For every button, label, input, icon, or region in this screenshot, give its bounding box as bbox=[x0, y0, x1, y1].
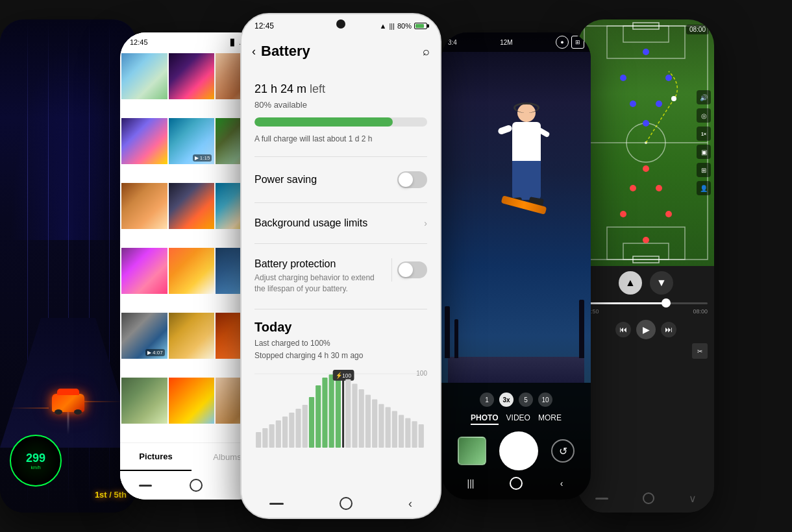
battery-bar-container bbox=[254, 117, 427, 127]
soccer-ctrl-person[interactable]: 👤 bbox=[697, 181, 711, 195]
soccer-ctrl-eye[interactable]: ◎ bbox=[697, 108, 711, 123]
phone-soccer: 08:00 🔊 ◎ 1× ▣ ⊞ 👤 ▲ bbox=[578, 19, 714, 513]
soccer-timer-top: 08:00 bbox=[686, 25, 709, 34]
battery-body: 21 h 24 m left 80% available A full char… bbox=[241, 65, 440, 489]
svg-rect-4 bbox=[276, 420, 281, 448]
zoom-1x[interactable]: 1 bbox=[480, 393, 494, 407]
svg-point-39 bbox=[643, 237, 649, 243]
svg-rect-14 bbox=[342, 374, 344, 448]
svg-rect-37 bbox=[623, 243, 669, 260]
svg-rect-25 bbox=[399, 415, 404, 448]
tab-pictures[interactable]: Pictures bbox=[120, 443, 192, 471]
shutter-button[interactable] bbox=[499, 431, 538, 470]
svg-rect-21 bbox=[372, 400, 377, 448]
zoom-10x[interactable]: 10 bbox=[538, 393, 552, 407]
cam-nav-home[interactable] bbox=[510, 477, 523, 490]
video-mode-tab[interactable]: VIDEO bbox=[506, 413, 530, 425]
nav-menu-icon[interactable] bbox=[139, 485, 152, 487]
gallery-cell-13[interactable]: ▶ 4:07 bbox=[121, 313, 167, 359]
phone-stack: 299 km/h 1st / 5th 12:45 ▊ ▲ ▭ bbox=[0, 0, 792, 532]
gallery-cell-10[interactable] bbox=[121, 248, 167, 294]
gallery-cell-4[interactable] bbox=[121, 118, 167, 164]
gallery-cell-1[interactable] bbox=[121, 53, 167, 99]
arrow-down[interactable]: ▼ bbox=[650, 271, 673, 295]
time-unit: left bbox=[306, 82, 325, 95]
last-charged-text: Last charged to 100% bbox=[254, 337, 427, 350]
svg-point-49 bbox=[656, 101, 662, 107]
divider-3 bbox=[254, 243, 427, 244]
battery-protection-row[interactable]: Battery protection Adjust charging behav… bbox=[254, 247, 427, 306]
gallery-cell-2[interactable] bbox=[169, 53, 215, 99]
photo-mode-tab[interactable]: PHOTO bbox=[471, 413, 498, 425]
cam-nav-back[interactable]: ‹ bbox=[555, 477, 568, 490]
bg-usage-label: Background usage limits bbox=[254, 217, 367, 229]
soccer-nav-back[interactable]: ∨ bbox=[689, 492, 697, 505]
battery-screen: 12:45 ▲ ||| 80% ‹ Battery ⌕ bbox=[241, 14, 440, 518]
camera-bottom-controls: 1 3x 5 10 PHOTO VIDEO MORE bbox=[441, 383, 591, 500]
gallery-cell-17[interactable] bbox=[169, 378, 215, 424]
battery-time-display: 12:45 bbox=[254, 21, 274, 30]
play-btn[interactable]: ▶ bbox=[636, 320, 656, 339]
svg-point-46 bbox=[620, 75, 626, 81]
svg-rect-28 bbox=[419, 424, 424, 448]
scene: 299 km/h 1st / 5th 12:45 ▊ ▲ ▭ bbox=[0, 0, 792, 532]
soccer-ctrl-volume[interactable]: 🔊 bbox=[697, 90, 711, 104]
svg-point-43 bbox=[656, 185, 662, 191]
svg-rect-22 bbox=[378, 404, 384, 448]
clip-btn[interactable]: ✂ bbox=[692, 343, 708, 359]
camera-nav-bar: ||| ‹ bbox=[448, 477, 584, 490]
battery-protection-toggle[interactable] bbox=[397, 261, 427, 278]
battery-bottom-nav: ‹ bbox=[241, 489, 440, 518]
cam-nav-menu[interactable]: ||| bbox=[464, 477, 477, 490]
timeline-thumb[interactable] bbox=[662, 298, 671, 308]
timeline-track[interactable] bbox=[584, 302, 708, 304]
soccer-nav-home[interactable] bbox=[643, 492, 654, 504]
svg-rect-18 bbox=[352, 384, 357, 448]
nav-home-battery[interactable] bbox=[340, 497, 353, 510]
soccer-ctrl-speed[interactable]: 1× bbox=[697, 127, 711, 141]
gallery-cell-16[interactable] bbox=[121, 378, 167, 424]
stopped-charging-text: Stopped charging 4 h 30 m ago bbox=[254, 350, 427, 362]
next-frame-btn[interactable]: ⏭ bbox=[661, 322, 676, 337]
zoom-5x[interactable]: 5 bbox=[519, 393, 533, 407]
svg-rect-13 bbox=[336, 374, 341, 448]
gallery-cell-14[interactable] bbox=[169, 313, 215, 359]
battery-chart-svg: ⚡100 bbox=[254, 370, 427, 448]
speedometer: 299 km/h bbox=[10, 435, 62, 487]
gallery-cell-8[interactable] bbox=[169, 183, 215, 229]
layers-icon[interactable]: ⊞ bbox=[571, 36, 584, 49]
gallery-thumbnail[interactable] bbox=[458, 437, 486, 465]
power-saving-row[interactable]: Power saving bbox=[254, 160, 427, 200]
gallery-cell-7[interactable] bbox=[121, 183, 167, 229]
front-camera bbox=[336, 19, 345, 29]
search-button[interactable]: ⌕ bbox=[423, 45, 430, 58]
bg-usage-row[interactable]: Background usage limits › bbox=[254, 206, 427, 241]
gallery-time: 12:45 bbox=[130, 38, 148, 46]
back-button[interactable]: ‹ bbox=[252, 45, 256, 58]
svg-point-40 bbox=[620, 211, 626, 217]
power-saving-label: Power saving bbox=[254, 174, 317, 186]
soccer-nav-menu[interactable] bbox=[595, 498, 608, 500]
prev-frame-btn[interactable]: ⏮ bbox=[615, 322, 631, 337]
play-badge-13: ▶ 4:07 bbox=[145, 349, 165, 356]
gallery-cell-11[interactable] bbox=[169, 248, 215, 294]
nav-menu-battery[interactable] bbox=[269, 503, 284, 505]
gallery-cell-5[interactable]: ▶ 1:15 bbox=[169, 118, 215, 164]
record-icon[interactable]: ● bbox=[556, 36, 569, 49]
power-saving-toggle[interactable] bbox=[397, 171, 427, 188]
playback-controls: ⏮ ▶ ⏭ bbox=[578, 316, 714, 343]
svg-point-50 bbox=[643, 120, 649, 127]
nav-home-icon[interactable] bbox=[190, 479, 203, 492]
arrow-up[interactable]: ▲ bbox=[619, 271, 642, 295]
svg-rect-24 bbox=[392, 411, 397, 448]
soccer-ctrl-square[interactable]: ▣ bbox=[697, 145, 711, 159]
chart-label-100: 100 bbox=[416, 370, 427, 377]
flip-camera-button[interactable]: ↺ bbox=[551, 439, 575, 463]
battery-protection-desc: Adjust charging behavior to extend the l… bbox=[254, 272, 384, 295]
nav-back-battery[interactable]: ‹ bbox=[408, 497, 412, 511]
soccer-ctrl-grid[interactable]: ⊞ bbox=[697, 163, 711, 177]
skater-figure bbox=[498, 97, 550, 227]
zoom-3x[interactable]: 3x bbox=[499, 393, 514, 407]
more-mode-tab[interactable]: MORE bbox=[538, 413, 562, 425]
svg-rect-23 bbox=[386, 407, 391, 448]
